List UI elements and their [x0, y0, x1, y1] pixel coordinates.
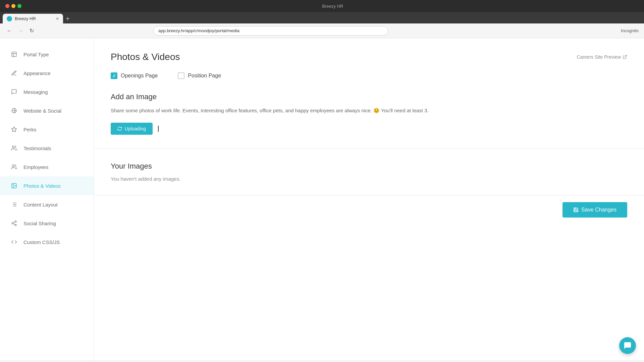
your-images-title: Your Images — [111, 162, 627, 171]
add-image-title: Add an Image — [111, 93, 627, 101]
sidebar-item-website-social[interactable]: Website & Social — [0, 101, 94, 120]
browser-tab[interactable]: Breezy HR ✕ — [3, 14, 63, 23]
sidebar-item-testimonials[interactable]: Testimonials — [0, 139, 94, 158]
sidebar-label-messaging: Messaging — [23, 89, 48, 95]
sidebar-item-appearance[interactable]: Appearance — [0, 64, 94, 82]
sidebar-label-perks: Perks — [23, 127, 36, 132]
sidebar-label-appearance: Appearance — [23, 70, 51, 76]
url-text: app.breezy.hr/app/c/moodjoy/portal/media — [158, 28, 239, 33]
maximize-btn[interactable] — [17, 4, 21, 8]
social-sharing-icon — [9, 219, 19, 228]
sidebar-item-photos-videos[interactable]: Photos & Videos — [0, 176, 94, 195]
svg-point-13 — [15, 221, 16, 223]
employees-icon — [9, 162, 19, 172]
chat-bubble[interactable] — [619, 337, 636, 354]
new-tab-button[interactable]: + — [66, 14, 70, 23]
sidebar-label-employees: Employees — [23, 164, 48, 170]
openings-page-checkbox-box[interactable]: ✓ — [111, 72, 117, 79]
svg-point-3 — [12, 146, 14, 148]
sidebar-item-employees[interactable]: Employees — [0, 158, 94, 176]
portal-type-icon — [9, 50, 19, 59]
photos-videos-icon — [9, 181, 19, 190]
main-content: Photos & Videos Careers Site Preview ✓ O… — [94, 38, 644, 360]
sidebar-label-social-sharing: Social Sharing — [23, 221, 56, 226]
chat-icon — [624, 342, 632, 350]
no-images-text: You haven't added any images. — [111, 176, 627, 182]
text-cursor — [158, 126, 159, 132]
custom-css-js-icon — [9, 237, 19, 247]
sidebar-item-portal-type[interactable]: Portal Type — [0, 45, 94, 64]
appearance-icon — [9, 68, 19, 78]
sidebar: Portal Type Appearance Messaging Website… — [0, 38, 94, 360]
external-link-icon — [623, 55, 627, 59]
address-bar[interactable]: app.breezy.hr/app/c/moodjoy/portal/media — [153, 26, 388, 36]
sidebar-item-perks[interactable]: Perks — [0, 120, 94, 139]
sidebar-label-content-layout: Content Layout — [23, 202, 58, 207]
upload-button[interactable]: Uploading — [111, 123, 153, 135]
checkbox-check-icon: ✓ — [112, 73, 116, 78]
upload-button-label: Uploading — [125, 126, 146, 131]
position-page-checkbox[interactable]: Position Page — [178, 72, 221, 79]
content-layout-icon — [9, 200, 19, 209]
careers-preview-label: Careers Site Preview — [577, 54, 621, 60]
openings-page-label: Openings Page — [121, 73, 158, 79]
close-btn[interactable] — [5, 4, 9, 8]
svg-line-16 — [13, 224, 15, 225]
perks-icon — [9, 125, 19, 134]
sidebar-label-portal-type: Portal Type — [23, 52, 49, 57]
position-page-label: Position Page — [188, 73, 221, 79]
save-bar: Save Changes — [94, 195, 644, 224]
openings-page-checkbox[interactable]: ✓ Openings Page — [111, 72, 158, 79]
checkboxes-row: ✓ Openings Page Position Page — [111, 72, 627, 79]
sidebar-label-custom-css-js: Custom CSS/JS — [23, 239, 60, 245]
sidebar-item-social-sharing[interactable]: Social Sharing — [0, 214, 94, 233]
cursor-area — [158, 126, 159, 132]
sidebar-label-website-social: Website & Social — [23, 108, 61, 114]
svg-point-14 — [12, 223, 13, 224]
svg-line-17 — [13, 222, 15, 223]
svg-point-6 — [13, 184, 13, 185]
sidebar-item-custom-css-js[interactable]: Custom CSS/JS — [0, 233, 94, 251]
tab-title: Breezy HR — [15, 16, 36, 21]
position-page-checkbox-box[interactable] — [178, 72, 184, 79]
sidebar-label-testimonials: Testimonials — [23, 145, 51, 151]
svg-point-15 — [15, 224, 16, 226]
your-images-section: Your Images You haven't added any images… — [94, 148, 644, 195]
page-header: Photos & Videos Careers Site Preview — [111, 52, 627, 62]
save-button-label: Save Changes — [581, 207, 616, 213]
incognito-label: Incognito — [621, 28, 639, 33]
sidebar-item-messaging[interactable]: Messaging — [0, 82, 94, 101]
tab-close-icon[interactable]: ✕ — [56, 16, 59, 21]
svg-point-4 — [12, 165, 14, 167]
messaging-icon — [9, 87, 19, 97]
page-title: Photos & Videos — [111, 52, 180, 62]
svg-line-18 — [625, 55, 627, 57]
save-icon — [573, 207, 579, 213]
forward-button[interactable]: → — [17, 26, 25, 35]
photos-videos-panel: Photos & Videos Careers Site Preview ✓ O… — [94, 38, 644, 148]
add-image-description: Share some photos of work life. Events, … — [111, 107, 627, 115]
minimize-btn[interactable] — [11, 4, 15, 8]
back-button[interactable]: ← — [5, 26, 13, 35]
svg-marker-2 — [12, 127, 17, 132]
sidebar-label-photos-videos: Photos & Videos — [23, 183, 61, 189]
refresh-button[interactable]: ↻ — [28, 26, 35, 35]
svg-rect-0 — [12, 52, 16, 57]
save-changes-button[interactable]: Save Changes — [562, 202, 627, 218]
tab-favicon — [7, 16, 12, 21]
sidebar-item-content-layout[interactable]: Content Layout — [0, 195, 94, 214]
window-title: Breezy HR — [322, 4, 343, 9]
upload-icon — [117, 126, 122, 131]
website-social-icon — [9, 106, 19, 115]
careers-preview-link[interactable]: Careers Site Preview — [577, 54, 628, 60]
testimonials-icon — [9, 143, 19, 153]
